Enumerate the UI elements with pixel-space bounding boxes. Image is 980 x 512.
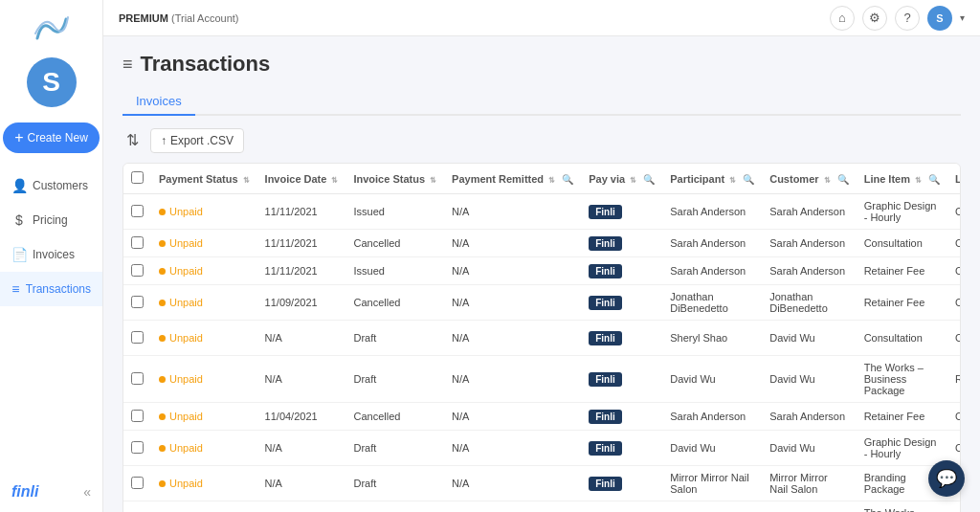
search-pay-via[interactable]: 🔍	[643, 174, 655, 185]
col-participant: Participant ⇅ 🔍	[662, 164, 762, 194]
table-row: Unpaid N/A Draft N/A Finli Helping Hand …	[123, 501, 961, 513]
row-line-item-type	[947, 501, 961, 513]
export-icon: ↑	[161, 134, 167, 147]
row-pay-via[interactable]: Finli	[581, 257, 662, 285]
status-dot	[159, 413, 166, 420]
table-row: Unpaid 11/09/2021 Cancelled N/A Finli Jo…	[123, 285, 961, 321]
row-line-item: Consultation	[857, 230, 947, 257]
row-payment-remitted: N/A	[444, 230, 581, 257]
search-payment-remitted[interactable]: 🔍	[562, 174, 573, 185]
row-pay-via[interactable]: Finli	[581, 356, 662, 403]
pay-via-badge[interactable]: Finli	[589, 441, 622, 456]
pay-via-badge[interactable]: Finli	[589, 331, 622, 345]
row-participant: Sarah Anderson	[662, 403, 762, 431]
pay-via-badge[interactable]: Finli	[589, 372, 622, 387]
sort-pay-via[interactable]: ⇅	[630, 176, 636, 185]
pay-via-badge[interactable]: Finli	[589, 296, 622, 310]
row-checkbox-6[interactable]	[131, 410, 144, 422]
row-participant: Jonathan DiBenedetto	[662, 285, 762, 321]
sort-line-item[interactable]: ⇅	[915, 176, 922, 185]
row-invoice-date: N/A	[257, 356, 346, 403]
row-participant: Sheryl Shao	[662, 321, 762, 356]
row-payment-remitted: N/A	[444, 501, 581, 513]
row-checkbox-cell[interactable]	[123, 403, 151, 431]
row-customer: Mirror Mirror Nail Salon	[762, 466, 856, 501]
sort-invoice-status[interactable]: ⇅	[430, 176, 436, 185]
row-checkbox-0[interactable]	[131, 205, 144, 217]
filter-button[interactable]: ⇅	[122, 127, 143, 153]
export-csv-button[interactable]: ↑ Export .CSV	[150, 128, 244, 153]
row-checkbox-cell[interactable]	[123, 194, 151, 230]
sort-payment-remitted[interactable]: ⇅	[548, 176, 555, 185]
row-pay-via[interactable]: Finli	[581, 431, 662, 466]
row-customer: David Wu	[762, 321, 856, 356]
row-customer: Sarah Anderson	[762, 230, 856, 257]
row-invoice-date: 11/09/2021	[257, 285, 346, 321]
sort-participant[interactable]: ⇅	[729, 176, 736, 185]
row-pay-via[interactable]: Finli	[581, 466, 662, 501]
row-checkbox-cell[interactable]	[123, 356, 151, 403]
pay-via-badge[interactable]: Finli	[589, 236, 622, 251]
row-participant: David Wu	[662, 356, 762, 403]
table-row: Unpaid 11/11/2021 Issued N/A Finli Sarah…	[123, 257, 961, 285]
pay-via-badge[interactable]: Finli	[589, 205, 622, 219]
row-checkbox-cell[interactable]	[123, 431, 151, 466]
invoices-icon: 📄	[11, 247, 27, 262]
row-pay-via[interactable]: Finli	[581, 501, 662, 513]
sort-invoice-date[interactable]: ⇅	[331, 176, 338, 185]
row-checkbox-1[interactable]	[131, 236, 144, 249]
row-checkbox-cell[interactable]	[123, 257, 151, 285]
sidebar-item-customers-label: Customers	[33, 179, 88, 192]
pay-via-badge[interactable]: Finli	[589, 410, 622, 424]
search-line-item[interactable]: 🔍	[928, 174, 940, 185]
row-pay-via[interactable]: Finli	[581, 403, 662, 431]
collapse-sidebar-button[interactable]: «	[83, 484, 91, 500]
row-payment-status: Unpaid	[151, 257, 257, 285]
sort-customer[interactable]: ⇅	[824, 176, 831, 185]
user-menu-chevron[interactable]: ▾	[960, 12, 965, 23]
row-checkbox-cell[interactable]	[123, 501, 151, 513]
row-pay-via[interactable]: Finli	[581, 194, 662, 230]
home-button[interactable]: ⌂	[830, 6, 855, 31]
row-checkbox-cell[interactable]	[123, 321, 151, 356]
pay-via-badge[interactable]: Finli	[589, 477, 622, 491]
row-customer: Helping Hand Non-Profit	[762, 501, 856, 513]
search-participant[interactable]: 🔍	[743, 174, 754, 185]
tab-invoices[interactable]: Invoices	[122, 88, 195, 116]
row-checkbox-cell[interactable]	[123, 285, 151, 321]
sidebar-item-pricing[interactable]: $ Pricing	[0, 203, 102, 237]
help-button[interactable]: ?	[895, 6, 920, 31]
row-checkbox-cell[interactable]	[123, 466, 151, 501]
row-checkbox-7[interactable]	[131, 441, 144, 454]
search-customer[interactable]: 🔍	[837, 174, 849, 185]
settings-button[interactable]: ⚙	[862, 6, 887, 31]
row-customer: Sarah Anderson	[762, 194, 856, 230]
table-header-row: Payment Status ⇅ Invoice Date ⇅ Invoice …	[123, 164, 961, 194]
row-checkbox-5[interactable]	[131, 372, 144, 385]
select-all-checkbox[interactable]	[131, 171, 144, 184]
row-checkbox-4[interactable]	[131, 331, 144, 344]
pay-via-badge[interactable]: Finli	[589, 264, 622, 278]
row-checkbox-3[interactable]	[131, 296, 144, 308]
chat-bubble-button[interactable]: 💬	[928, 460, 965, 497]
create-new-button[interactable]: + Create New	[3, 122, 100, 153]
col-pay-via: Pay via ⇅ 🔍	[581, 164, 662, 194]
sidebar-item-customers[interactable]: 👤 Customers	[0, 168, 102, 203]
row-pay-via[interactable]: Finli	[581, 321, 662, 356]
row-invoice-status: Cancelled	[345, 403, 444, 431]
row-checkbox-2[interactable]	[131, 264, 144, 277]
row-payment-remitted: N/A	[444, 431, 581, 466]
row-pay-via[interactable]: Finli	[581, 230, 662, 257]
row-checkbox-8[interactable]	[131, 477, 144, 489]
table-row: Unpaid N/A Draft N/A Finli Sheryl Shao D…	[123, 321, 961, 356]
row-payment-status: Unpaid	[151, 285, 257, 321]
row-pay-via[interactable]: Finli	[581, 285, 662, 321]
row-invoice-status: Draft	[345, 356, 444, 403]
sort-payment-status[interactable]: ⇅	[243, 176, 250, 185]
toolbar: ⇅ ↑ Export .CSV	[122, 127, 961, 153]
row-line-item-type: One-Time	[947, 257, 961, 285]
row-checkbox-cell[interactable]	[123, 230, 151, 257]
user-avatar[interactable]: S	[927, 6, 952, 31]
sidebar-item-invoices[interactable]: 📄 Invoices	[0, 237, 102, 272]
sidebar-item-transactions[interactable]: ≡ Transactions	[0, 272, 102, 306]
